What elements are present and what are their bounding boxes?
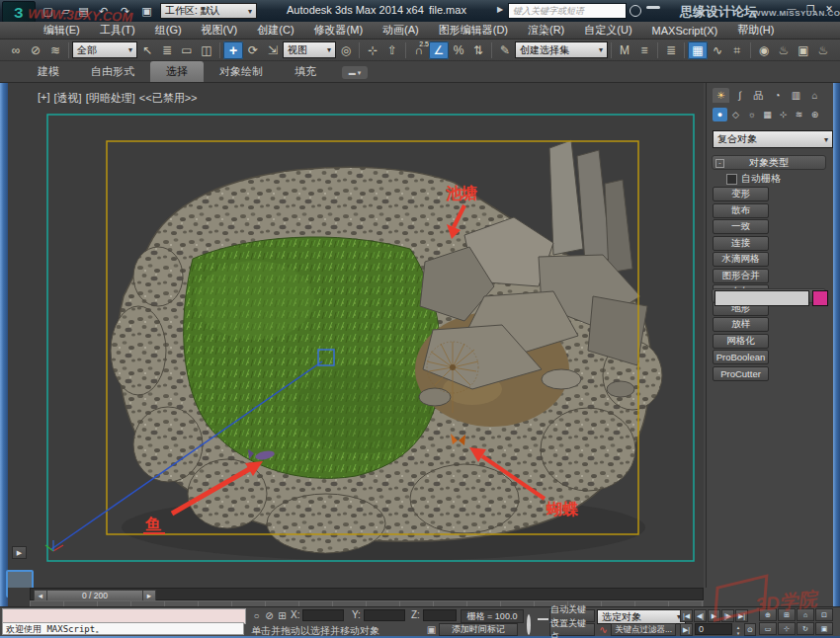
menu-animation[interactable]: 动画(A) [373, 23, 429, 38]
mirror-icon[interactable]: M [615, 41, 634, 59]
zoom-region-icon[interactable]: ▭ [759, 622, 777, 635]
tab-create-icon[interactable]: ☀ [713, 88, 729, 103]
menu-views[interactable]: 视图(V) [192, 23, 248, 38]
communication-key-icon[interactable] [646, 6, 660, 9]
workspace-dropdown[interactable]: 工作区: 默认 ▾ [160, 3, 257, 19]
button-scatter[interactable]: 散布 [713, 203, 769, 218]
reference-coordinate-dropdown[interactable]: 视图▾ [283, 41, 336, 58]
selection-filter-dropdown[interactable]: 全部▾ [72, 41, 137, 58]
button-proboolean[interactable]: ProBoolean [713, 350, 769, 364]
object-name-field[interactable] [714, 290, 809, 306]
maximize-button[interactable]: ❒ [801, 2, 819, 15]
ribbon-minimize-button[interactable]: ▬ ▾ [342, 66, 368, 79]
button-mesher[interactable]: 网格化 [713, 334, 769, 349]
menu-maxscript[interactable]: MAXScript(X) [642, 25, 728, 37]
object-color-swatch[interactable] [812, 290, 828, 306]
orbit-icon[interactable]: ↻ [797, 622, 814, 635]
category-systems-icon[interactable]: ⊛ [807, 108, 822, 121]
bind-spacewarp-icon[interactable]: ≋ [45, 41, 65, 59]
button-shapemerge[interactable]: 图形合并 [713, 269, 769, 283]
viewport-menu-shading[interactable]: [明暗处理] [86, 91, 135, 106]
button-morph[interactable]: 变形 [713, 187, 769, 201]
selection-lock-icon[interactable]: ⊘ [263, 609, 276, 622]
zoom-all-icon[interactable]: ⊞ [778, 608, 796, 621]
zoom-extents-all-icon[interactable]: ⊡ [815, 608, 833, 621]
tab-object-paint[interactable]: 对象绘制 [204, 61, 279, 82]
maximize-viewport-icon[interactable]: ▣ [815, 622, 833, 635]
tab-display-icon[interactable]: ▥ [788, 88, 804, 103]
render-production-icon[interactable]: ♨ [813, 41, 833, 59]
category-lights-icon[interactable]: ☼ [744, 108, 759, 121]
menu-edit[interactable]: 编辑(E) [34, 23, 90, 38]
select-move-icon[interactable]: + [223, 41, 243, 59]
menu-help[interactable]: 帮助(H) [727, 23, 784, 38]
button-conform[interactable]: 一致 [713, 219, 769, 234]
tab-freeform[interactable]: 自由形式 [75, 61, 150, 82]
select-by-name-icon[interactable]: ≣ [157, 41, 177, 59]
ribbon-toggle-icon[interactable]: ▦ [688, 41, 708, 59]
maxscript-listener-white[interactable]: 欢迎使用 MAXScript。 [2, 622, 244, 635]
app-menu-button[interactable]: Ɛ [2, 1, 36, 23]
tab-utilities-icon[interactable]: ⌂ [806, 88, 823, 103]
menu-create[interactable]: 创建(C) [247, 23, 303, 38]
unlink-icon[interactable]: ⊘ [26, 41, 45, 59]
button-procutter[interactable]: ProCutter [713, 366, 769, 381]
category-helpers-icon[interactable]: ⊹ [776, 108, 791, 121]
select-rotate-icon[interactable]: ⟳ [243, 41, 263, 59]
time-slider-track[interactable]: ◂ 0 / 200 ▸ [30, 588, 704, 600]
go-to-start-button[interactable]: |◀ [680, 609, 693, 622]
percent-snap-icon[interactable]: % [449, 41, 468, 59]
align-icon[interactable]: ≡ [634, 41, 654, 59]
menu-modifiers[interactable]: 修改器(M) [304, 23, 374, 38]
y-coordinate-field[interactable] [364, 609, 405, 621]
tab-modify-icon[interactable]: ∫ [731, 88, 748, 103]
add-time-tag-button[interactable]: 添加时间标记 [439, 623, 518, 636]
rectangular-region-icon[interactable]: ▭ [177, 41, 197, 59]
menu-tools[interactable]: 工具(T) [90, 23, 145, 38]
previous-frame-play-button[interactable]: ◀| [694, 609, 707, 622]
manage-layers-icon[interactable]: ≣ [661, 41, 681, 59]
help-search-input[interactable] [508, 3, 627, 19]
keyboard-override-icon[interactable]: ⇧ [382, 41, 402, 59]
tab-selection[interactable]: 选择 [150, 61, 204, 82]
material-editor-icon[interactable]: ◉ [754, 41, 774, 59]
isolate-selection-icon[interactable]: ○ [250, 609, 263, 622]
frame-spinner[interactable]: ▴▾ [734, 623, 742, 636]
absolute-offset-icon[interactable]: ⊞ [276, 609, 289, 622]
tab-motion-icon[interactable]: ◔ [769, 88, 786, 103]
redo-icon[interactable]: ↷ [117, 3, 133, 19]
project-folder-icon[interactable]: ▣ [138, 3, 155, 19]
search-expand-icon[interactable]: ▶ [497, 5, 503, 14]
menu-group[interactable]: 组(G) [145, 23, 192, 38]
rollout-object-type[interactable]: - 对象类型 [712, 155, 826, 170]
select-manipulate-icon[interactable]: ⊹ [363, 41, 382, 59]
minimize-button[interactable]: — [783, 2, 800, 15]
spinner-snap-icon[interactable]: ⇅ [468, 41, 488, 59]
category-shapes-icon[interactable]: ◇ [728, 108, 743, 121]
viewport-canvas[interactable]: 池塘 鱼 蝴蝶 [8, 83, 704, 588]
viewport-menu-general[interactable]: [+] [38, 91, 50, 106]
tab-populate[interactable]: 填充 [279, 61, 332, 82]
set-keys-key-icon[interactable] [527, 614, 531, 635]
schematic-view-icon[interactable]: ⌗ [727, 41, 747, 59]
x-coordinate-field[interactable] [302, 609, 344, 621]
menu-customize[interactable]: 自定义(U) [574, 23, 641, 38]
tab-modeling[interactable]: 建模 [22, 61, 75, 82]
search-binoculars-icon[interactable] [630, 5, 641, 17]
named-selection-sets-dropdown[interactable]: 创建选择集▾ [515, 41, 608, 58]
zoom-icon[interactable]: ⊕ [759, 608, 777, 621]
z-coordinate-field[interactable] [423, 609, 457, 621]
key-selection-dropdown[interactable]: 选定对象 ▾ [597, 609, 686, 624]
category-geometry-icon[interactable]: ● [713, 108, 727, 121]
object-category-dropdown[interactable]: 复合对象 ▾ [713, 130, 833, 148]
key-mode-toggle-button[interactable]: ▶| [680, 623, 693, 636]
use-pivot-center-icon[interactable]: ◎ [336, 41, 356, 59]
show-trackbar-arrow-button[interactable]: ▶ [12, 546, 27, 559]
set-key-button[interactable]: 设置关键点 [549, 623, 595, 636]
category-cameras-icon[interactable]: ▦ [760, 108, 775, 121]
time-configuration-icon[interactable]: ⊙ [744, 623, 756, 636]
zoom-extents-icon[interactable]: ⌂ [797, 608, 814, 621]
pan-icon[interactable]: ⊹ [778, 622, 796, 635]
key-filters-button[interactable]: 关键点过滤器... [611, 623, 676, 636]
category-spacewarps-icon[interactable]: ≋ [792, 108, 806, 121]
